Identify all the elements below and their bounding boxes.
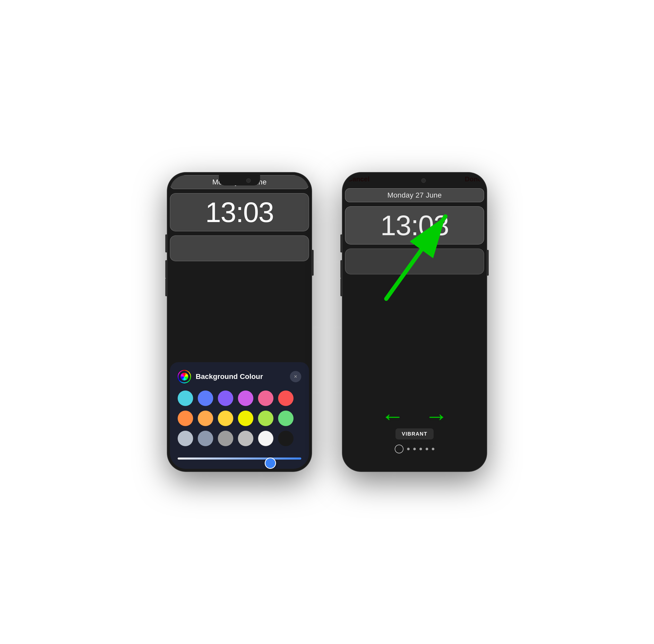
left-screen-content: Monday 27 June 13:03 xyxy=(170,175,309,261)
swatch-yellow[interactable] xyxy=(238,411,253,426)
swatch-blue[interactable] xyxy=(198,391,213,406)
done-button[interactable]: Done xyxy=(465,175,482,183)
close-button[interactable]: × xyxy=(290,371,301,382)
swatch-white[interactable] xyxy=(258,431,274,446)
swatch-cyan[interactable] xyxy=(178,391,193,406)
notch-left xyxy=(219,175,260,185)
brightness-slider[interactable] xyxy=(178,453,301,464)
right-screen-content: Cancel Done Monday 27 June 13:03 xyxy=(345,175,484,274)
right-phone-screen: Cancel Done Monday 27 June 13:03 ← → xyxy=(345,175,484,469)
swatch-black[interactable] xyxy=(278,431,294,446)
slider-thumb[interactable] xyxy=(265,458,276,469)
color-row-2 xyxy=(178,411,301,426)
swatch-violet[interactable] xyxy=(218,391,233,406)
page-dot-2[interactable] xyxy=(413,448,416,450)
color-grid xyxy=(178,391,301,446)
page-dot-1[interactable] xyxy=(407,448,410,450)
time-widget-right: 13:03 xyxy=(345,206,484,245)
bottom-controls: VIBRANT xyxy=(345,429,484,453)
swatch-red[interactable] xyxy=(278,391,294,406)
swatch-purple[interactable] xyxy=(238,391,253,406)
horizontal-arrows: ← → xyxy=(345,405,484,428)
cancel-button[interactable]: Cancel xyxy=(348,175,370,183)
slider-track xyxy=(178,458,301,460)
page-dot-3[interactable] xyxy=(419,448,422,450)
time-widget-left: 13:03 xyxy=(170,193,309,231)
swatch-pink[interactable] xyxy=(258,391,274,406)
swatch-amber[interactable] xyxy=(198,411,213,426)
swatch-green[interactable] xyxy=(278,411,294,426)
color-row-3 xyxy=(178,431,301,446)
swatch-slate[interactable] xyxy=(198,431,213,446)
page-dots xyxy=(395,445,435,453)
right-phone: Cancel Done Monday 27 June 13:03 ← → xyxy=(343,172,487,472)
notch-right xyxy=(394,175,435,185)
color-row-1 xyxy=(178,391,301,406)
date-widget-right: Monday 27 June xyxy=(345,188,484,202)
color-picker-panel: Background Colour × xyxy=(170,362,309,469)
left-phone-screen: Monday 27 June 13:03 Background Colour × xyxy=(170,175,309,469)
page-dot-circle[interactable] xyxy=(395,445,403,453)
swatch-lime[interactable] xyxy=(258,411,274,426)
panel-title: Background Colour xyxy=(196,372,290,381)
swatch-orange[interactable] xyxy=(178,411,193,426)
empty-widget-right xyxy=(345,249,484,274)
page-dot-5[interactable] xyxy=(432,448,435,450)
left-phone: Monday 27 June 13:03 Background Colour × xyxy=(167,172,311,472)
swatch-gray[interactable] xyxy=(218,431,233,446)
left-arrow-icon: ← xyxy=(381,405,404,428)
swatch-gold[interactable] xyxy=(218,411,233,426)
empty-widget-left xyxy=(170,235,309,261)
swatch-blue-gray[interactable] xyxy=(178,431,193,446)
panel-header: Background Colour × xyxy=(178,370,301,383)
vibrant-badge: VIBRANT xyxy=(396,429,433,439)
color-wheel-icon xyxy=(178,370,191,383)
page-dot-4[interactable] xyxy=(426,448,428,450)
swatch-light-gray[interactable] xyxy=(238,431,253,446)
right-arrow-icon: → xyxy=(425,405,448,428)
